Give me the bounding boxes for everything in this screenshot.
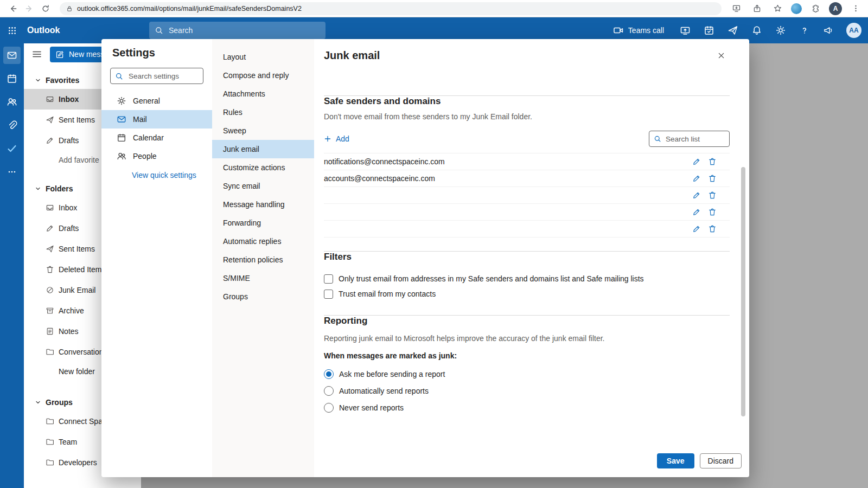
radio-selected[interactable] (324, 369, 334, 379)
category-layout[interactable]: Layout (212, 48, 314, 66)
extension-logo-icon[interactable] (791, 3, 802, 14)
browser-menu-button[interactable] (848, 2, 863, 16)
safe-sender-row[interactable]: accounts@connectspaceinc.com (324, 170, 730, 187)
settings-nav-mail[interactable]: Mail (101, 110, 212, 129)
category-sync-email[interactable]: Sync email (212, 177, 314, 195)
category-groups[interactable]: Groups (212, 287, 314, 306)
category-attachments[interactable]: Attachments (212, 85, 314, 103)
global-search-input[interactable] (168, 25, 320, 35)
rail-calendar-button[interactable] (3, 70, 21, 87)
help-button[interactable] (799, 24, 810, 36)
teams-call-label: Teams call (628, 26, 664, 35)
teams-call-button[interactable]: Teams call (610, 24, 667, 36)
delete-sender-button[interactable] (708, 174, 717, 183)
extensions-button[interactable] (808, 2, 822, 16)
share-screen-button[interactable] (679, 24, 691, 36)
safe-sender-row[interactable]: notifications@connectspaceinc.com (324, 153, 730, 170)
category-retention-policies[interactable]: Retention policies (212, 251, 314, 269)
settings-dialog: Settings General Mail Calendar People (101, 39, 749, 477)
inbox-icon (46, 95, 54, 104)
category-rules[interactable]: Rules (212, 103, 314, 121)
safe-sender-row[interactable] (324, 204, 730, 221)
filter-option-trust-contacts[interactable]: Trust email from my contacts (324, 286, 730, 301)
search-list-box[interactable] (649, 131, 730, 147)
category-compose-and-reply[interactable]: Compose and reply (212, 66, 314, 85)
address-bar[interactable]: outlook.office365.com/mail/options/mail/… (60, 2, 722, 15)
app-launcher-button[interactable] (0, 17, 24, 43)
category-customize-actions[interactable]: Customize actions (212, 158, 314, 177)
radio[interactable] (324, 386, 334, 396)
safe-sender-row[interactable] (324, 187, 730, 204)
people-icon (117, 151, 126, 161)
close-dialog-button[interactable] (712, 47, 730, 64)
my-day-button[interactable] (703, 24, 715, 36)
filter-option-safe-senders-only[interactable]: Only trust email from addresses in my Sa… (324, 271, 730, 286)
rail-people-button[interactable] (3, 93, 21, 111)
reporting-prompt: When messages are marked as junk: (324, 351, 730, 360)
settings-nav-general[interactable]: General (101, 92, 212, 110)
checkbox[interactable] (324, 290, 333, 299)
category-junk-email[interactable]: Junk email (212, 140, 314, 158)
calendar-icon (117, 133, 126, 143)
global-search-box[interactable] (149, 22, 326, 39)
category-forwarding[interactable]: Forwarding (212, 214, 314, 232)
checkbox[interactable] (324, 274, 333, 284)
notifications-button[interactable] (751, 24, 763, 36)
search-icon (115, 72, 123, 80)
reload-icon (41, 4, 50, 13)
edit-sender-button[interactable] (692, 191, 701, 200)
rail-more-apps-button[interactable] (3, 163, 21, 181)
settings-nav-calendar[interactable]: Calendar (101, 129, 212, 147)
safe-sender-row[interactable] (324, 221, 730, 237)
edit-sender-button[interactable] (692, 224, 701, 233)
rail-todo-button[interactable] (3, 140, 21, 157)
video-camera-icon (613, 25, 624, 36)
category-sweep[interactable]: Sweep (212, 121, 314, 140)
bookmark-star-button[interactable] (770, 2, 784, 16)
delete-sender-button[interactable] (708, 208, 717, 216)
install-app-button[interactable] (729, 2, 743, 16)
delete-sender-button[interactable] (708, 224, 717, 233)
rail-attachments-button[interactable] (3, 117, 21, 134)
settings-search-input[interactable] (127, 72, 199, 81)
forward-icon (25, 4, 34, 13)
settings-nav-people[interactable]: People (101, 147, 212, 165)
save-button[interactable]: Save (657, 453, 694, 468)
edit-sender-button[interactable] (692, 208, 701, 216)
account-avatar[interactable]: AA (846, 23, 861, 38)
discard-button[interactable]: Discard (700, 453, 742, 468)
edit-sender-button[interactable] (692, 157, 701, 166)
reporting-option-automatic[interactable]: Automatically send reports (324, 382, 730, 399)
reporting-option-never[interactable]: Never send reports (324, 399, 730, 416)
settings-search-box[interactable] (110, 68, 203, 84)
category-automatic-replies[interactable]: Automatic replies (212, 232, 314, 251)
radio[interactable] (324, 403, 334, 413)
pencil-icon (692, 191, 701, 200)
rail-mail-button[interactable] (3, 47, 21, 64)
browser-back-button[interactable] (5, 2, 20, 16)
search-list-input[interactable] (665, 134, 725, 144)
feedback-button[interactable] (822, 24, 834, 36)
install-app-icon (732, 4, 741, 13)
browser-forward-button[interactable] (22, 2, 36, 16)
safe-senders-list: notifications@connectspaceinc.com accoun… (324, 153, 730, 237)
category-message-handling[interactable]: Message handling (212, 195, 314, 214)
add-safe-sender-button[interactable]: Add (324, 134, 349, 143)
browser-reload-button[interactable] (38, 2, 52, 16)
paperclip-icon (7, 120, 17, 131)
view-quick-settings-link[interactable]: View quick settings (101, 171, 212, 179)
send-later-button[interactable] (727, 24, 739, 36)
share-button[interactable] (750, 2, 764, 16)
reporting-description: Reporting junk email to Microsoft helps … (324, 334, 730, 343)
delete-sender-button[interactable] (708, 191, 717, 200)
collapse-pane-button[interactable] (31, 49, 42, 60)
category-smime[interactable]: S/MIME (212, 269, 314, 287)
edit-sender-button[interactable] (692, 174, 701, 183)
delete-sender-button[interactable] (708, 157, 717, 166)
megaphone-icon (823, 25, 834, 36)
modal-scrollbar-thumb[interactable] (741, 167, 745, 416)
reporting-option-ask[interactable]: Ask me before sending a report (324, 365, 730, 382)
more-apps-icon (7, 167, 17, 177)
settings-button[interactable] (775, 24, 787, 36)
browser-profile-avatar[interactable]: A (829, 2, 842, 15)
